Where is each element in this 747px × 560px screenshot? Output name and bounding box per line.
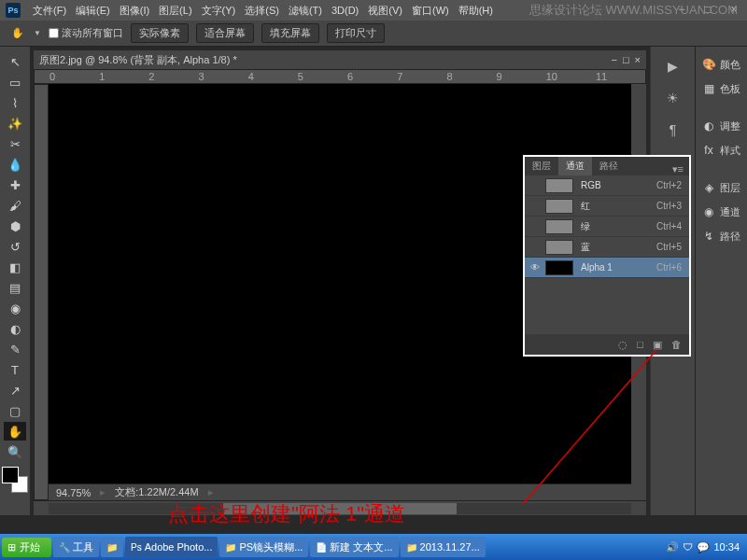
annotation-text: 点击这里创建"阿法 1"通道 bbox=[168, 500, 405, 528]
menu-3d[interactable]: 3D(D) bbox=[327, 5, 363, 16]
menu-window[interactable]: 窗口(W) bbox=[407, 4, 454, 18]
delete-channel-icon[interactable]: 🗑 bbox=[671, 339, 682, 350]
menu-layer[interactable]: 图层(L) bbox=[154, 4, 196, 18]
channel-green[interactable]: 绿Ctrl+4 bbox=[525, 217, 689, 237]
system-tray[interactable]: 🔊 🛡 💬 10:34 bbox=[660, 541, 745, 553]
status-bar: 94.75% ▸ 文档:1.22M/2.44M ▸ bbox=[49, 483, 631, 500]
watermark-text: 思缘设计论坛 WWW.MISSYUAN.COM bbox=[529, 2, 738, 19]
fit-screen-button[interactable]: 适合屏幕 bbox=[196, 23, 254, 43]
load-selection-icon[interactable]: ◌ bbox=[618, 339, 627, 351]
tab-paths[interactable]: 路径 bbox=[592, 157, 626, 175]
panel-layers[interactable]: ◈图层 bbox=[696, 177, 747, 198]
doc-size: 文档:1.22M/2.44M bbox=[115, 485, 198, 499]
crop-tool-icon[interactable]: ✂ bbox=[4, 134, 26, 153]
taskbar-notepad[interactable]: 📄新建 文本文... bbox=[310, 537, 398, 557]
eyedropper-tool-icon[interactable]: 💧 bbox=[4, 155, 26, 174]
adjustments-icon[interactable]: ☀ bbox=[663, 88, 684, 108]
wand-tool-icon[interactable]: ✨ bbox=[4, 114, 26, 133]
options-bar: ✋ ▼ 滚动所有窗口 实际像素 适合屏幕 填充屏幕 打印尺寸 bbox=[0, 21, 747, 47]
channel-blue[interactable]: 蓝Ctrl+5 bbox=[525, 237, 689, 258]
foreground-swatch[interactable] bbox=[2, 467, 19, 483]
visibility-icon[interactable]: 👁 bbox=[529, 262, 542, 273]
zoom-level[interactable]: 94.75% bbox=[56, 487, 91, 498]
doc-close-icon[interactable]: × bbox=[635, 54, 641, 65]
save-selection-icon[interactable]: □ bbox=[637, 339, 643, 350]
panel-channels[interactable]: ◉通道 bbox=[696, 202, 747, 222]
actual-pixels-button[interactable]: 实际像素 bbox=[131, 23, 189, 43]
blur-tool-icon[interactable]: ◉ bbox=[4, 299, 26, 317]
menu-filter[interactable]: 滤镜(T) bbox=[284, 4, 327, 18]
tray-icon[interactable]: 🛡 bbox=[683, 541, 693, 553]
document-title: 原图2.jpg @ 94.8% (背景 副本, Alpha 1/8) * bbox=[39, 53, 237, 67]
shape-tool-icon[interactable]: ▢ bbox=[4, 401, 26, 420]
stamp-tool-icon[interactable]: ⬢ bbox=[4, 217, 26, 235]
panel-styles[interactable]: fx样式 bbox=[696, 140, 747, 161]
print-size-button[interactable]: 打印尺寸 bbox=[327, 23, 385, 43]
channel-red[interactable]: 红Ctrl+3 bbox=[525, 196, 689, 217]
pen-tool-icon[interactable]: ✎ bbox=[4, 340, 26, 358]
panel-swatches[interactable]: ▦色板 bbox=[696, 78, 747, 99]
menu-edit[interactable]: 编辑(E) bbox=[71, 4, 115, 18]
doc-maximize-icon[interactable]: □ bbox=[623, 54, 629, 65]
taskbar-photoshop[interactable]: Ps Adobe Photo... bbox=[125, 537, 218, 557]
taskbar-folder2[interactable]: 📁PS镜头模糊... bbox=[219, 537, 308, 557]
new-channel-icon[interactable]: ▣ bbox=[653, 339, 662, 351]
dodge-tool-icon[interactable]: ◐ bbox=[4, 319, 26, 338]
eraser-tool-icon[interactable]: ◧ bbox=[4, 258, 26, 276]
menu-file[interactable]: 文件(F) bbox=[28, 4, 71, 18]
tray-icon[interactable]: 🔊 bbox=[666, 541, 679, 553]
app-logo: Ps bbox=[6, 3, 21, 18]
tray-icon[interactable]: 💬 bbox=[697, 541, 710, 553]
clock: 10:34 bbox=[713, 541, 740, 553]
channel-rgb[interactable]: RGBCtrl+2 bbox=[525, 175, 689, 196]
panel-adjustments[interactable]: ◐调整 bbox=[696, 116, 747, 136]
tab-channels[interactable]: 通道 bbox=[558, 157, 592, 175]
fill-screen-button[interactable]: 填充屏幕 bbox=[261, 23, 319, 43]
heal-tool-icon[interactable]: ✚ bbox=[4, 175, 26, 194]
start-button[interactable]: ⊞开始 bbox=[2, 538, 51, 557]
type-tool-icon[interactable]: T bbox=[4, 360, 26, 379]
channel-alpha1[interactable]: 👁Alpha 1Ctrl+6 bbox=[525, 258, 689, 278]
taskbar: ⊞开始 🔧工具 📁 Ps Adobe Photo... 📁PS镜头模糊... 📄… bbox=[0, 534, 747, 560]
panel-paths[interactable]: ↯路径 bbox=[696, 226, 747, 246]
color-swatches[interactable] bbox=[2, 467, 28, 493]
gradient-tool-icon[interactable]: ▤ bbox=[4, 278, 26, 297]
taskbar-tools[interactable]: 🔧工具 bbox=[53, 537, 99, 557]
panel-dock: 🎨颜色 ▦色板 ◐调整 fx样式 ◈图层 ◉通道 ↯路径 bbox=[695, 47, 747, 515]
menu-type[interactable]: 文字(Y) bbox=[197, 4, 241, 18]
taskbar-folder[interactable]: 📁 bbox=[101, 537, 123, 557]
ruler-horizontal: 01234567891011 bbox=[34, 69, 646, 84]
history-brush-icon[interactable]: ↺ bbox=[4, 237, 26, 256]
scroll-all-checkbox[interactable]: 滚动所有窗口 bbox=[49, 26, 123, 40]
panel-menu-icon[interactable]: ▾≡ bbox=[667, 163, 689, 175]
move-tool-icon[interactable]: ↖ bbox=[4, 52, 26, 71]
menu-view[interactable]: 视图(V) bbox=[363, 4, 407, 18]
zoom-tool-icon[interactable]: 🔍 bbox=[4, 442, 26, 461]
lasso-tool-icon[interactable]: ⌇ bbox=[4, 93, 26, 112]
doc-minimize-icon[interactable]: − bbox=[611, 54, 616, 65]
brush-tool-icon[interactable]: 🖌 bbox=[4, 196, 26, 215]
channels-panel: 图层 通道 路径 ▾≡ RGBCtrl+2 红Ctrl+3 绿Ctrl+4 蓝C… bbox=[523, 155, 691, 357]
history-icon[interactable]: ▶ bbox=[663, 56, 684, 77]
path-tool-icon[interactable]: ↗ bbox=[4, 381, 26, 399]
hand-tool-icon[interactable]: ✋ bbox=[4, 422, 26, 441]
tools-panel: ↖ ▭ ⌇ ✨ ✂ 💧 ✚ 🖌 ⬢ ↺ ◧ ▤ ◉ ◐ ✎ T ↗ ▢ ✋ 🔍 bbox=[0, 47, 30, 515]
menu-select[interactable]: 选择(S) bbox=[240, 4, 284, 18]
marquee-tool-icon[interactable]: ▭ bbox=[4, 73, 26, 91]
tab-layers[interactable]: 图层 bbox=[525, 157, 558, 175]
hand-tool-icon: ✋ bbox=[9, 25, 26, 42]
menu-image[interactable]: 图像(I) bbox=[115, 4, 154, 18]
menu-help[interactable]: 帮助(H) bbox=[454, 4, 498, 18]
panel-color[interactable]: 🎨颜色 bbox=[696, 54, 747, 75]
windows-logo-icon: ⊞ bbox=[7, 541, 16, 553]
document-titlebar: 原图2.jpg @ 94.8% (背景 副本, Alpha 1/8) * − □… bbox=[34, 50, 646, 69]
character-icon[interactable]: ¶ bbox=[663, 119, 684, 140]
taskbar-folder3[interactable]: 📁2013.11.27... bbox=[401, 537, 486, 557]
dropdown-icon[interactable]: ▼ bbox=[34, 29, 41, 37]
ruler-vertical bbox=[34, 84, 49, 500]
